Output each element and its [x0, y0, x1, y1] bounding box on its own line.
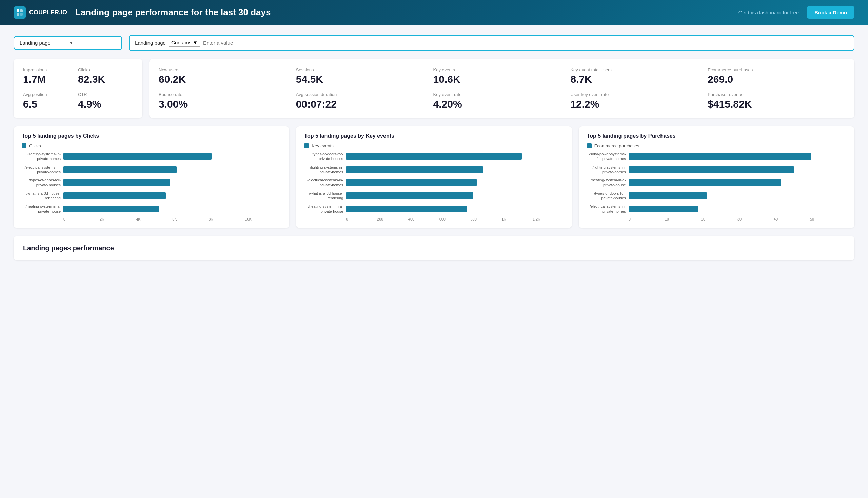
bar-label: /electrical-systems-in- private-homes — [22, 165, 61, 175]
x-axis-label: 6K — [172, 217, 209, 221]
logo-icon — [14, 6, 26, 19]
bar-fill — [629, 179, 781, 186]
bar-row: /what-is-a-3d-house- rendering — [304, 191, 563, 201]
bar-fill — [63, 153, 212, 160]
bar-label: /electrical-systems-in- private-homes — [587, 204, 626, 214]
x-axis-label: 10K — [245, 217, 281, 221]
landing-pages-table-section: Landing pages performance — [14, 236, 854, 260]
dimension-dropdown[interactable]: Landing page ▼ — [14, 36, 122, 50]
filter-operator-button[interactable]: Contains ▼ — [169, 39, 200, 47]
svg-rect-3 — [20, 13, 23, 16]
purchases-legend-label: Ecommerce purchases — [595, 143, 640, 148]
clicks-chart-title: Top 5 landing pages by Clicks — [22, 133, 281, 139]
bar-track — [63, 192, 281, 199]
bar-row: /lighting-systems-in- private-homes — [587, 165, 846, 175]
key-events-chart-legend: Key events — [304, 143, 563, 148]
x-axis-label: 20 — [701, 217, 737, 221]
get-dashboard-link[interactable]: Get this dashboard for free — [738, 10, 799, 15]
x-axis-label: 1K — [502, 217, 533, 221]
ctr-metric: CTR 4.9% — [78, 92, 133, 110]
bar-track — [63, 179, 281, 186]
bar-row: /heating-system-in-a- private-house — [304, 204, 563, 214]
filter-value-input[interactable] — [203, 40, 848, 46]
ga4-card: New users 60.2K Sessions 54.5K Key event… — [149, 59, 854, 118]
dropdown-arrow-icon: ▼ — [69, 41, 116, 45]
book-demo-button[interactable]: Book a Demo — [807, 6, 854, 19]
bar-track — [629, 166, 846, 173]
svg-rect-2 — [17, 13, 19, 16]
main-content: Landing page ▼ Landing page Contains ▼ I… — [0, 25, 868, 270]
bar-fill — [629, 206, 698, 212]
search-console-card: Impressions 1.7M Clicks 82.3K Avg positi… — [14, 59, 143, 118]
clicks-label: Clicks — [78, 67, 133, 72]
avg-session-value: 00:07:22 — [296, 99, 433, 110]
bar-fill — [346, 192, 473, 199]
bar-label: /electrical-systems-in- private-homes — [304, 178, 343, 187]
impressions-label: Impressions — [23, 67, 78, 72]
logo-text: COUPLER.IO — [29, 9, 67, 16]
impressions-metric: Impressions 1.7M — [23, 67, 78, 85]
bar-row: /lighting-systems-in- private-homes — [22, 152, 281, 161]
bar-track — [629, 206, 846, 212]
key-event-rate-metric: Key event rate 4.20% — [433, 92, 571, 110]
clicks-value: 82.3K — [78, 74, 133, 85]
x-axis-label: 200 — [377, 217, 408, 221]
key-event-rate-value: 4.20% — [433, 99, 571, 110]
bar-label: /what-is-a-3d-house- rendering — [304, 191, 343, 201]
bar-row: /electrical-systems-in- private-homes — [304, 178, 563, 187]
user-key-event-label: User key event rate — [570, 92, 708, 97]
bar-track — [63, 206, 281, 212]
bar-label: /lighting-systems-in- private-homes — [22, 152, 61, 161]
bar-fill — [63, 166, 177, 173]
svg-rect-1 — [20, 10, 23, 12]
bounce-rate-metric: Bounce rate 3.00% — [159, 92, 296, 110]
bar-fill — [63, 192, 166, 199]
avg-session-label: Avg session duration — [296, 92, 433, 97]
clicks-legend-label: Clicks — [29, 143, 41, 148]
avg-position-metric: Avg position 6.5 — [23, 92, 78, 110]
bar-fill — [346, 206, 467, 212]
bar-row: /lighting-systems-in- private-homes — [304, 165, 563, 175]
bar-track — [63, 166, 281, 173]
impressions-value: 1.7M — [23, 74, 78, 85]
x-axis-label: 800 — [470, 217, 502, 221]
bar-label: /heating-system-in-a- private-house — [587, 178, 626, 187]
search-console-metrics: Impressions 1.7M Clicks 82.3K Avg positi… — [23, 67, 133, 110]
bar-fill — [629, 192, 707, 199]
purchases-x-axis: 01020304050 — [629, 217, 846, 221]
purchases-chart-title: Top 5 landing pages by Purchases — [587, 133, 846, 139]
clicks-chart-legend: Clicks — [22, 143, 281, 148]
charts-row: Top 5 landing pages by Clicks Clicks /li… — [14, 126, 854, 228]
key-events-value: 10.6K — [433, 74, 571, 85]
bar-row: /heating-system-in-a- private-house — [587, 178, 846, 187]
bar-row: /solar-power-systems- for-private-homes — [587, 152, 846, 161]
clicks-x-axis: 02K4K6K8K10K — [63, 217, 281, 221]
dimension-label: Landing page — [20, 40, 66, 46]
header: COUPLER.IO Landing page performance for … — [0, 0, 868, 25]
bounce-rate-label: Bounce rate — [159, 92, 296, 97]
purchases-legend-box — [587, 144, 592, 148]
ecommerce-label: Ecommerce purchases — [708, 67, 845, 72]
bar-label: /types-of-doors-for- private-houses — [22, 178, 61, 187]
sessions-label: Sessions — [296, 67, 433, 72]
x-axis-label: 2K — [100, 217, 136, 221]
x-axis-label: 4K — [136, 217, 172, 221]
x-axis-label: 400 — [408, 217, 439, 221]
key-event-rate-label: Key event rate — [433, 92, 571, 97]
bar-label: /types-of-doors-for- private-houses — [587, 191, 626, 201]
key-events-chart-title: Top 5 landing pages by Key events — [304, 133, 563, 139]
bar-label: /heating-system-in-a- private-house — [22, 204, 61, 214]
clicks-legend-box — [22, 144, 26, 148]
user-key-event-value: 12.2% — [570, 99, 708, 110]
ga4-metrics-bottom: Bounce rate 3.00% Avg session duration 0… — [159, 92, 845, 110]
ctr-label: CTR — [78, 92, 133, 97]
bar-fill — [629, 153, 812, 160]
filter-bar: Landing page ▼ Landing page Contains ▼ — [14, 35, 854, 51]
clicks-metric: Clicks 82.3K — [78, 67, 133, 85]
x-axis-label: 50 — [810, 217, 846, 221]
purchase-revenue-label: Purchase revenue — [708, 92, 845, 97]
sessions-value: 54.5K — [296, 74, 433, 85]
x-axis-label: 0 — [629, 217, 665, 221]
bar-row: /heating-system-in-a- private-house — [22, 204, 281, 214]
page-title: Landing page performance for the last 30… — [75, 7, 730, 18]
